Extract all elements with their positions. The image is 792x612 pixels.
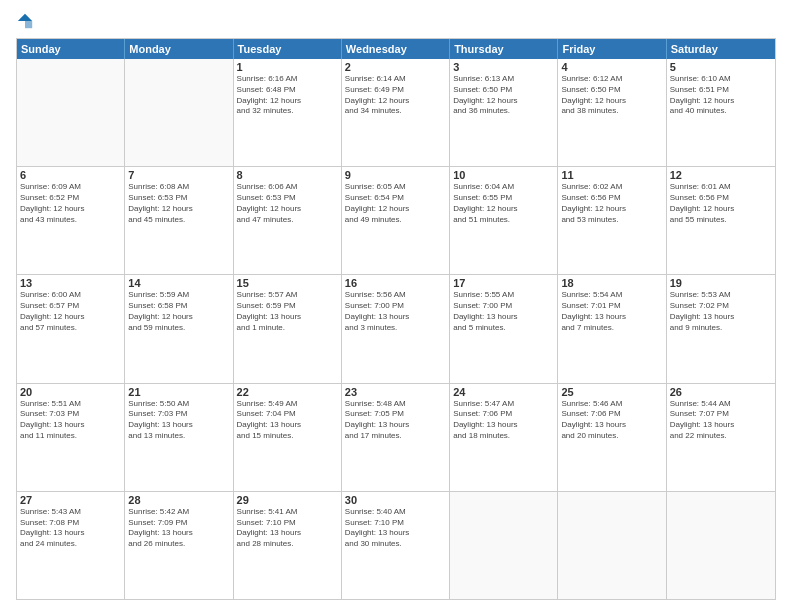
day-info: Sunrise: 5:51 AM Sunset: 7:03 PM Dayligh… [20, 399, 121, 442]
day-info: Sunrise: 6:04 AM Sunset: 6:55 PM Dayligh… [453, 182, 554, 225]
day-cell-empty-4-6 [667, 492, 775, 599]
day-number: 22 [237, 386, 338, 398]
day-number: 26 [670, 386, 772, 398]
day-cell-11: 11Sunrise: 6:02 AM Sunset: 6:56 PM Dayli… [558, 167, 666, 274]
header-cell-monday: Monday [125, 39, 233, 59]
page: SundayMondayTuesdayWednesdayThursdayFrid… [0, 0, 792, 612]
day-info: Sunrise: 6:08 AM Sunset: 6:53 PM Dayligh… [128, 182, 229, 225]
day-number: 18 [561, 277, 662, 289]
day-number: 30 [345, 494, 446, 506]
header-cell-sunday: Sunday [17, 39, 125, 59]
calendar-row-4: 20Sunrise: 5:51 AM Sunset: 7:03 PM Dayli… [17, 383, 775, 491]
day-number: 24 [453, 386, 554, 398]
day-info: Sunrise: 5:46 AM Sunset: 7:06 PM Dayligh… [561, 399, 662, 442]
day-info: Sunrise: 6:10 AM Sunset: 6:51 PM Dayligh… [670, 74, 772, 117]
day-cell-28: 28Sunrise: 5:42 AM Sunset: 7:09 PM Dayli… [125, 492, 233, 599]
day-cell-12: 12Sunrise: 6:01 AM Sunset: 6:56 PM Dayli… [667, 167, 775, 274]
day-cell-16: 16Sunrise: 5:56 AM Sunset: 7:00 PM Dayli… [342, 275, 450, 382]
day-cell-13: 13Sunrise: 6:00 AM Sunset: 6:57 PM Dayli… [17, 275, 125, 382]
day-info: Sunrise: 6:01 AM Sunset: 6:56 PM Dayligh… [670, 182, 772, 225]
day-cell-15: 15Sunrise: 5:57 AM Sunset: 6:59 PM Dayli… [234, 275, 342, 382]
day-number: 3 [453, 61, 554, 73]
day-cell-24: 24Sunrise: 5:47 AM Sunset: 7:06 PM Dayli… [450, 384, 558, 491]
day-number: 14 [128, 277, 229, 289]
day-cell-20: 20Sunrise: 5:51 AM Sunset: 7:03 PM Dayli… [17, 384, 125, 491]
day-info: Sunrise: 6:05 AM Sunset: 6:54 PM Dayligh… [345, 182, 446, 225]
day-info: Sunrise: 6:13 AM Sunset: 6:50 PM Dayligh… [453, 74, 554, 117]
day-number: 21 [128, 386, 229, 398]
day-number: 10 [453, 169, 554, 181]
day-cell-23: 23Sunrise: 5:48 AM Sunset: 7:05 PM Dayli… [342, 384, 450, 491]
day-number: 7 [128, 169, 229, 181]
day-cell-6: 6Sunrise: 6:09 AM Sunset: 6:52 PM Daylig… [17, 167, 125, 274]
day-number: 15 [237, 277, 338, 289]
day-cell-8: 8Sunrise: 6:06 AM Sunset: 6:53 PM Daylig… [234, 167, 342, 274]
svg-marker-0 [18, 14, 32, 21]
day-cell-1: 1Sunrise: 6:16 AM Sunset: 6:48 PM Daylig… [234, 59, 342, 166]
header-cell-friday: Friday [558, 39, 666, 59]
day-number: 12 [670, 169, 772, 181]
day-info: Sunrise: 5:41 AM Sunset: 7:10 PM Dayligh… [237, 507, 338, 550]
day-info: Sunrise: 5:59 AM Sunset: 6:58 PM Dayligh… [128, 290, 229, 333]
day-info: Sunrise: 5:54 AM Sunset: 7:01 PM Dayligh… [561, 290, 662, 333]
day-info: Sunrise: 6:14 AM Sunset: 6:49 PM Dayligh… [345, 74, 446, 117]
day-number: 9 [345, 169, 446, 181]
logo-icon [16, 12, 34, 30]
day-cell-27: 27Sunrise: 5:43 AM Sunset: 7:08 PM Dayli… [17, 492, 125, 599]
day-info: Sunrise: 5:44 AM Sunset: 7:07 PM Dayligh… [670, 399, 772, 442]
day-cell-4: 4Sunrise: 6:12 AM Sunset: 6:50 PM Daylig… [558, 59, 666, 166]
day-info: Sunrise: 5:56 AM Sunset: 7:00 PM Dayligh… [345, 290, 446, 333]
day-number: 25 [561, 386, 662, 398]
day-info: Sunrise: 5:53 AM Sunset: 7:02 PM Dayligh… [670, 290, 772, 333]
header-cell-thursday: Thursday [450, 39, 558, 59]
day-info: Sunrise: 6:12 AM Sunset: 6:50 PM Dayligh… [561, 74, 662, 117]
calendar-row-2: 6Sunrise: 6:09 AM Sunset: 6:52 PM Daylig… [17, 166, 775, 274]
day-info: Sunrise: 5:42 AM Sunset: 7:09 PM Dayligh… [128, 507, 229, 550]
day-cell-5: 5Sunrise: 6:10 AM Sunset: 6:51 PM Daylig… [667, 59, 775, 166]
header-cell-saturday: Saturday [667, 39, 775, 59]
day-cell-9: 9Sunrise: 6:05 AM Sunset: 6:54 PM Daylig… [342, 167, 450, 274]
day-cell-18: 18Sunrise: 5:54 AM Sunset: 7:01 PM Dayli… [558, 275, 666, 382]
day-cell-10: 10Sunrise: 6:04 AM Sunset: 6:55 PM Dayli… [450, 167, 558, 274]
day-cell-30: 30Sunrise: 5:40 AM Sunset: 7:10 PM Dayli… [342, 492, 450, 599]
calendar-row-1: 1Sunrise: 6:16 AM Sunset: 6:48 PM Daylig… [17, 59, 775, 166]
svg-marker-1 [25, 21, 32, 28]
day-info: Sunrise: 6:00 AM Sunset: 6:57 PM Dayligh… [20, 290, 121, 333]
day-number: 5 [670, 61, 772, 73]
header-cell-tuesday: Tuesday [234, 39, 342, 59]
day-cell-2: 2Sunrise: 6:14 AM Sunset: 6:49 PM Daylig… [342, 59, 450, 166]
day-info: Sunrise: 6:02 AM Sunset: 6:56 PM Dayligh… [561, 182, 662, 225]
day-number: 20 [20, 386, 121, 398]
day-number: 13 [20, 277, 121, 289]
day-cell-14: 14Sunrise: 5:59 AM Sunset: 6:58 PM Dayli… [125, 275, 233, 382]
day-number: 11 [561, 169, 662, 181]
day-cell-empty-0-0 [17, 59, 125, 166]
day-cell-19: 19Sunrise: 5:53 AM Sunset: 7:02 PM Dayli… [667, 275, 775, 382]
calendar: SundayMondayTuesdayWednesdayThursdayFrid… [16, 38, 776, 600]
day-number: 29 [237, 494, 338, 506]
day-number: 16 [345, 277, 446, 289]
day-number: 4 [561, 61, 662, 73]
header [16, 12, 776, 30]
day-number: 27 [20, 494, 121, 506]
day-number: 1 [237, 61, 338, 73]
day-cell-17: 17Sunrise: 5:55 AM Sunset: 7:00 PM Dayli… [450, 275, 558, 382]
day-cell-empty-4-5 [558, 492, 666, 599]
day-cell-26: 26Sunrise: 5:44 AM Sunset: 7:07 PM Dayli… [667, 384, 775, 491]
day-cell-29: 29Sunrise: 5:41 AM Sunset: 7:10 PM Dayli… [234, 492, 342, 599]
calendar-row-5: 27Sunrise: 5:43 AM Sunset: 7:08 PM Dayli… [17, 491, 775, 599]
calendar-header: SundayMondayTuesdayWednesdayThursdayFrid… [17, 39, 775, 59]
day-info: Sunrise: 5:57 AM Sunset: 6:59 PM Dayligh… [237, 290, 338, 333]
day-number: 19 [670, 277, 772, 289]
day-info: Sunrise: 5:55 AM Sunset: 7:00 PM Dayligh… [453, 290, 554, 333]
day-cell-empty-0-1 [125, 59, 233, 166]
day-info: Sunrise: 5:43 AM Sunset: 7:08 PM Dayligh… [20, 507, 121, 550]
day-info: Sunrise: 6:16 AM Sunset: 6:48 PM Dayligh… [237, 74, 338, 117]
day-info: Sunrise: 5:49 AM Sunset: 7:04 PM Dayligh… [237, 399, 338, 442]
logo [16, 12, 38, 30]
day-cell-7: 7Sunrise: 6:08 AM Sunset: 6:53 PM Daylig… [125, 167, 233, 274]
day-info: Sunrise: 5:47 AM Sunset: 7:06 PM Dayligh… [453, 399, 554, 442]
header-cell-wednesday: Wednesday [342, 39, 450, 59]
calendar-body: 1Sunrise: 6:16 AM Sunset: 6:48 PM Daylig… [17, 59, 775, 599]
day-number: 8 [237, 169, 338, 181]
